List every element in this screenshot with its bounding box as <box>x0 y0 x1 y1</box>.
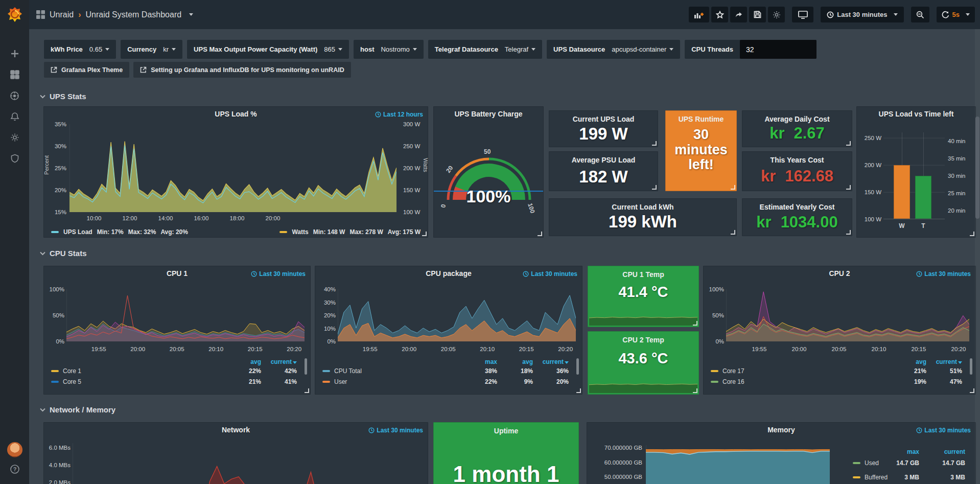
legend-label[interactable]: Core 16 <box>722 378 744 385</box>
legend-label[interactable]: Core 17 <box>722 367 744 375</box>
legend-label[interactable]: Core 5 <box>63 378 81 385</box>
section-cpu-stats[interactable]: CPU Stats <box>40 249 87 258</box>
stat-title[interactable]: CPU 2 Temp <box>588 336 698 344</box>
create-icon[interactable] <box>0 43 29 64</box>
panel-average-daily-cost: Average Daily Cost kr2.67 <box>742 110 852 147</box>
ups-load-plot[interactable] <box>69 124 396 212</box>
stat-title[interactable]: UPS Runtime <box>666 115 736 123</box>
panel-time-override[interactable]: Last 12 hours <box>375 111 423 118</box>
panel-current-ups-load: Current UPS Load 199 W <box>549 110 658 147</box>
configuration-gear-icon[interactable] <box>0 127 29 148</box>
legend-sort-max[interactable]: max <box>873 448 919 455</box>
breadcrumb-dashboard-title[interactable]: Unraid System Dashboard <box>85 10 181 19</box>
breadcrumb-separator: › <box>78 10 81 19</box>
network-plot[interactable] <box>73 443 398 484</box>
page-scrollbar-track[interactable] <box>975 29 980 484</box>
legend-label[interactable]: UPS Load <box>63 228 92 236</box>
panel-cpu2-temp: CPU 2 Temp 43.6 °C <box>588 331 699 395</box>
zoom-out-button[interactable] <box>911 7 929 22</box>
save-button[interactable] <box>749 7 766 22</box>
grafana-logo[interactable] <box>0 0 29 29</box>
legend-label[interactable]: Core 1 <box>63 367 81 375</box>
tv-mode-button[interactable] <box>792 7 813 22</box>
legend-label[interactable]: Watts <box>292 228 308 236</box>
panel-time-override[interactable]: Last 30 minutes <box>916 270 971 278</box>
cpu2-plot[interactable] <box>726 289 969 341</box>
user-avatar[interactable] <box>7 442 22 457</box>
axis-tick: 20% <box>317 312 336 319</box>
panel-time-override[interactable]: Last 30 minutes <box>368 427 423 434</box>
legend-scrollbar[interactable] <box>970 358 972 375</box>
memory-plot[interactable] <box>646 445 830 484</box>
dashboard-settings-button[interactable] <box>768 7 785 22</box>
panel-time-override[interactable]: Last 30 minutes <box>523 270 577 278</box>
legend-sort-current[interactable]: current <box>919 448 965 455</box>
cpu-threads-input[interactable]: 32 <box>740 40 816 59</box>
help-icon[interactable]: ? <box>0 462 29 477</box>
legend-sort-current[interactable]: current <box>261 358 297 365</box>
alerting-bell-icon[interactable] <box>0 106 29 127</box>
stat-value: 1 month 1 <box>434 462 578 484</box>
stat-title[interactable]: Uptime <box>434 427 578 435</box>
legend-sort-avg[interactable]: avg <box>891 358 926 365</box>
bar-time-left[interactable] <box>915 176 931 219</box>
legend-swatch <box>853 476 860 478</box>
page-scrollbar-thumb[interactable] <box>975 117 979 219</box>
star-button[interactable] <box>711 7 728 22</box>
stat-value: 43.6 °C <box>588 350 698 367</box>
axis-tick: 10% <box>317 325 336 332</box>
stat-value: 199 W <box>549 124 658 144</box>
variable-kwh-price[interactable]: kWh Price0.65 <box>44 40 116 59</box>
variable-ups-datasource[interactable]: UPS Datasourceapcupsd-container <box>547 40 680 59</box>
variable-currency[interactable]: Currencykr <box>121 40 182 59</box>
dashboard-caret-icon[interactable] <box>189 13 193 16</box>
bar-watts[interactable] <box>894 165 910 219</box>
stat-title[interactable]: Average PSU Load <box>549 156 658 164</box>
stat-value: 30 minutes left! <box>666 127 736 173</box>
legend-sort-avg[interactable]: avg <box>497 358 533 365</box>
legend-label[interactable]: User <box>334 378 347 385</box>
dashboards-icon[interactable] <box>0 64 29 85</box>
explore-icon[interactable] <box>0 85 29 106</box>
cpu-package-plot[interactable] <box>338 289 576 341</box>
stat-title[interactable]: This Years Cost <box>742 156 852 164</box>
variable-host[interactable]: hostNostromo <box>354 40 424 59</box>
stat-value: kr1034.00 <box>742 213 852 232</box>
variable-telegraf-datasource[interactable]: Telegraf DatasourceTelegraf <box>428 40 542 59</box>
panel-time-override[interactable]: Last 30 minutes <box>916 427 971 434</box>
legend-swatch <box>711 370 718 372</box>
axis-tick: 150 W <box>859 189 881 196</box>
legend-label[interactable]: CPU Total <box>334 367 362 375</box>
legend-sort-current[interactable]: current <box>926 358 962 365</box>
legend-sort-avg[interactable]: avg <box>225 358 261 365</box>
section-network-memory[interactable]: Network / Memory <box>40 405 115 414</box>
share-button[interactable] <box>730 7 747 22</box>
stat-title[interactable]: Estimated Yearly Cost <box>742 203 852 211</box>
link-ups-monitoring-guide[interactable]: Setting up Grafana and InfluxDB for UPS … <box>133 62 351 78</box>
legend-scrollbar[interactable] <box>576 358 579 375</box>
add-panel-button[interactable] <box>689 7 709 22</box>
cpu1-plot[interactable] <box>66 289 305 341</box>
stat-title[interactable]: Current Load kWh <box>549 203 736 211</box>
server-admin-shield-icon[interactable] <box>0 148 29 169</box>
stat-title[interactable]: Current UPS Load <box>549 115 658 123</box>
panel-title[interactable]: UPS Load % <box>44 110 428 118</box>
variable-ups-max-output[interactable]: UPS Max Output Power Capacity (Watt)865 <box>187 40 349 59</box>
stat-value: kr162.68 <box>742 167 852 186</box>
template-variables-row: kWh Price0.65 Currencykr UPS Max Output … <box>44 40 816 59</box>
legend-sort-current[interactable]: current <box>533 358 569 365</box>
stat-title[interactable]: Average Daily Cost <box>742 115 852 123</box>
stat-title[interactable]: CPU 1 Temp <box>588 270 698 279</box>
section-ups-stats[interactable]: UPS Stats <box>40 92 86 101</box>
panel-title[interactable]: UPS Battery Charge <box>434 110 543 118</box>
link-grafana-plex-theme[interactable]: Grafana Plex Theme <box>44 62 129 78</box>
breadcrumb-app[interactable]: Unraid <box>50 10 74 19</box>
panel-title[interactable]: UPS Load vs Time left <box>857 110 975 118</box>
legend-swatch <box>322 381 330 383</box>
clock-icon <box>523 271 529 277</box>
refresh-control[interactable]: 5s <box>937 7 975 22</box>
panel-time-override[interactable]: Last 30 minutes <box>251 270 306 278</box>
legend-scrollbar[interactable] <box>305 358 307 375</box>
time-range-picker[interactable]: Last 30 minutes <box>821 7 903 22</box>
legend-sort-max[interactable]: max <box>461 358 497 365</box>
